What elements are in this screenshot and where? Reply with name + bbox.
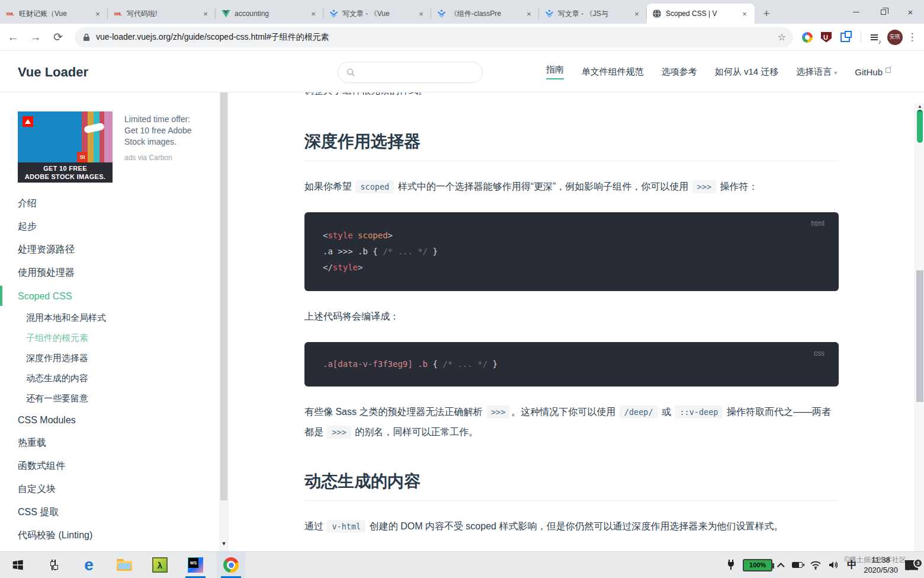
site-search[interactable] [338, 62, 483, 83]
tab-title: Scoped CSS | V [666, 9, 736, 18]
chrome-button[interactable] [217, 552, 245, 578]
ad-image[interactable]: St GET 10 FREE ADOBE STOCK IMAGES. [18, 111, 113, 183]
nav-sfc-spec[interactable]: 单文件组件规范 [582, 66, 644, 78]
sidebar-item-hot-reload[interactable]: 热重载 [0, 432, 219, 455]
reload-button[interactable]: ⟳ [49, 28, 68, 47]
sidebar-item-keep-in-mind[interactable]: 还有一些要留意 [0, 388, 219, 408]
sidebar-item-intro[interactable]: 介绍 [0, 192, 219, 215]
browser-tab[interactable]: 写文章 - 《Vue × [323, 4, 431, 24]
carbon-ad[interactable]: St GET 10 FREE ADOBE STOCK IMAGES. Limit… [18, 111, 201, 183]
sidebar-item-deep-selectors[interactable]: 深度作用选择器 [0, 348, 219, 368]
start-button[interactable] [4, 552, 32, 578]
sidebar-item-preprocessors[interactable]: 使用预处理器 [0, 261, 219, 285]
ad-text[interactable]: Limited time offer: Get 10 free Adobe St… [124, 114, 198, 148]
browser-tab[interactable]: 写文章 - 《JS与 × [539, 4, 647, 24]
search-input[interactable] [360, 68, 482, 77]
wifi-icon[interactable] [810, 560, 822, 570]
inline-code: >>> [692, 180, 716, 193]
section-heading-deep-selectors[interactable]: 深度作用选择器 [304, 131, 839, 161]
edge-icon: e [84, 557, 94, 573]
sidebar-scrollbar[interactable]: ▼ [219, 92, 229, 551]
sidebar-item-child-root[interactable]: 子组件的根元素 [0, 328, 219, 348]
tab-close-icon[interactable]: × [416, 9, 426, 18]
browser-tab[interactable]: XML 写代码啦! × [108, 4, 216, 24]
taskbar-clock[interactable]: 11:38 2020/5/30 [864, 555, 898, 575]
date-text: 2020/5/30 [864, 565, 898, 575]
address-bar[interactable]: vue-loader.vuejs.org/zh/guide/scoped-css… [75, 27, 793, 47]
juejin-favicon-icon [329, 9, 338, 18]
page-scrollbar-thumb[interactable] [916, 270, 923, 402]
system-tray: 100% 中 11:38 2020/5/30 3 ©稀土掘金技术社区 [726, 552, 924, 578]
external-link-icon [886, 68, 891, 73]
clipped-text-line: 调整其子组件根元素的样式。 [304, 92, 839, 98]
page-scrollbar[interactable]: ▲ ▼ [915, 103, 924, 578]
pen-workspace-button[interactable] [39, 552, 68, 578]
windows-logo-icon [11, 558, 24, 571]
battery-icon[interactable] [792, 562, 803, 568]
vue-favicon-icon [221, 9, 230, 18]
close-button[interactable]: × [897, 0, 924, 24]
chevron-down-icon: ▾ [834, 69, 837, 76]
tab-close-icon[interactable]: × [524, 9, 534, 18]
minimize-button[interactable] [842, 0, 870, 24]
section-heading-dynamic-content[interactable]: 动态生成的内容 [304, 471, 839, 501]
speaker-icon[interactable] [829, 560, 840, 570]
nav-github[interactable]: GitHub [855, 67, 891, 77]
adobe-logo-icon [23, 116, 33, 127]
extension-wheel-icon[interactable] [799, 29, 816, 46]
tab-close-icon[interactable]: × [201, 9, 210, 18]
browser-tab[interactable]: accounting × [216, 4, 323, 24]
scroll-up-arrow-icon[interactable]: ▲ [915, 104, 924, 109]
browser-tab[interactable]: XML 旺财记账（Vue × [0, 4, 108, 24]
sidebar-item-dynamic-content[interactable]: 动态生成的内容 [0, 368, 219, 388]
playlist-extension-icon[interactable]: ♪ [866, 29, 883, 46]
tab-close-icon[interactable]: × [93, 9, 102, 18]
sidebar-item-mixing-styles[interactable]: 混用本地和全局样式 [0, 308, 219, 328]
browser-tab[interactable]: 《组件-classPre × [431, 4, 539, 24]
sidebar-item-linting[interactable]: 代码校验 (Linting) [0, 524, 219, 547]
url-text[interactable]: vue-loader.vuejs.org/zh/guide/scoped-css… [96, 32, 773, 43]
nav-language-dropdown[interactable]: 选择语言▾ [796, 66, 837, 78]
battery-percentage-badge[interactable]: 100% [743, 559, 772, 571]
sidebar-item-custom-blocks[interactable]: 自定义块 [0, 478, 219, 501]
sidebar-item-getting-started[interactable]: 起步 [0, 215, 219, 238]
webstorm-button[interactable]: WS [181, 552, 210, 578]
scroll-progress-marker[interactable] [917, 110, 923, 143]
restore-button[interactable] [870, 0, 897, 24]
ime-indicator[interactable]: 中 [847, 559, 856, 571]
sidebar-item-asset-url[interactable]: 处理资源路径 [0, 238, 219, 261]
profile-avatar[interactable]: 安琪 [887, 30, 903, 45]
file-explorer-button[interactable] [110, 552, 139, 578]
sidebar-item-scoped-css[interactable]: Scoped CSS [0, 285, 219, 308]
popup-window-extension-icon[interactable] [837, 29, 854, 46]
tab-close-icon[interactable]: × [740, 9, 749, 18]
window-arrow-icon [840, 33, 850, 42]
lambda-app-button[interactable]: λ [146, 552, 174, 578]
browser-tab-active[interactable]: Scoped CSS | V × [647, 4, 755, 24]
sidebar-item-css-modules[interactable]: CSS Modules [0, 408, 219, 432]
tab-close-icon[interactable]: × [309, 9, 318, 18]
sidebar-item-functional[interactable]: 函数式组件 [0, 455, 219, 478]
forward-button[interactable]: → [26, 28, 45, 47]
bookmark-star-icon[interactable]: ☆ [778, 31, 786, 43]
ublock-extension-icon[interactable]: U [818, 29, 835, 46]
scroll-down-arrow-icon[interactable]: ▼ [219, 541, 229, 547]
site-title[interactable]: Vue Loader [18, 65, 88, 80]
new-tab-button[interactable]: + [758, 5, 775, 22]
inline-code: >>> [486, 405, 510, 419]
nav-migrate[interactable]: 如何从 v14 迁移 [715, 66, 779, 78]
chrome-menu-icon[interactable]: ⋮ [905, 31, 919, 43]
nav-options-ref[interactable]: 选项参考 [662, 66, 697, 78]
tab-close-icon[interactable]: × [632, 9, 641, 18]
edge-button[interactable]: e [75, 552, 103, 578]
sidebar-item-css-extraction[interactable]: CSS 提取 [0, 501, 219, 524]
ad-attribution[interactable]: ads via Carbon [124, 154, 198, 162]
sidebar-scrollbar-thumb[interactable] [220, 92, 227, 500]
code-content: <style scoped> .a >>> .b { /* ... */ } <… [323, 228, 824, 276]
nav-guide[interactable]: 指南 [546, 64, 564, 79]
main-content: 调整其子组件根元素的样式。 深度作用选择器 如果你希望 scoped 样式中的一… [229, 92, 915, 551]
back-button[interactable]: ← [4, 28, 23, 47]
paragraph-deep: 如果你希望 scoped 样式中的一个选择器能够作用得“更深”，例如影响子组件，… [304, 177, 839, 197]
hidden-icons-chevron[interactable] [777, 563, 785, 570]
minimize-icon [853, 12, 859, 12]
